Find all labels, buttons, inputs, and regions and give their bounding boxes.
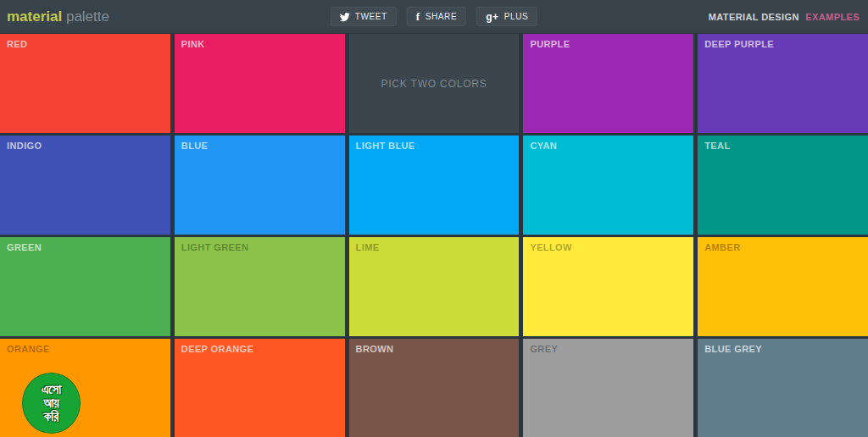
swatch-light-green[interactable]: LIGHT GREEN <box>175 237 345 336</box>
swatch-teal[interactable]: TEAL <box>698 136 868 235</box>
palette-grid: REDPINKPICK TWO COLORSPURPLEDEEP PURPLEI… <box>0 34 868 437</box>
twitter-icon <box>340 12 350 22</box>
plus-button[interactable]: g+ PLUS <box>476 7 537 26</box>
app-header: material palette TWEET f SHARE g+ PLUS M… <box>0 0 868 33</box>
swatch-label: LIME <box>356 242 380 252</box>
examples-link[interactable]: EXAMPLES <box>805 12 860 22</box>
swatch-label: PINK <box>181 39 205 49</box>
swatch-yellow[interactable]: YELLOW <box>523 237 693 336</box>
swatch-blue[interactable]: BLUE <box>175 136 345 235</box>
header-right: MATERIAL DESIGN EXAMPLES <box>709 12 860 22</box>
swatch-label: TEAL <box>704 141 730 151</box>
plus-button-label: PLUS <box>504 12 529 21</box>
swatch-amber[interactable]: AMBER <box>698 237 868 336</box>
swatch-label: BROWN <box>356 344 394 354</box>
logo-secondary: palette <box>62 8 109 25</box>
facebook-icon: f <box>416 10 420 24</box>
pick-two-colors-prompt: PICK TWO COLORS <box>381 78 487 90</box>
swatch-grey[interactable]: GREY <box>523 339 693 437</box>
swatch-pink[interactable]: PINK <box>175 34 345 133</box>
swatch-label: BLUE <box>181 141 209 151</box>
swatch-label: INDIGO <box>7 141 42 151</box>
swatch-blue-grey[interactable]: BLUE GREY <box>698 339 868 437</box>
swatch-label: LIGHT BLUE <box>356 141 415 151</box>
googleplus-icon: g+ <box>486 11 499 23</box>
swatch-label: RED <box>7 39 27 49</box>
material-design-text: MATERIAL DESIGN <box>709 12 799 22</box>
swatch-red[interactable]: RED <box>0 34 170 133</box>
swatch-label: PURPLE <box>530 39 570 49</box>
share-buttons: TWEET f SHARE g+ PLUS <box>331 0 537 33</box>
swatch-label: ORANGE <box>7 344 50 354</box>
share-button[interactable]: f SHARE <box>407 7 466 26</box>
tweet-button-label: TWEET <box>355 12 387 21</box>
swatch-brown[interactable]: BROWN <box>349 339 520 437</box>
swatch-light-blue[interactable]: LIGHT BLUE <box>349 136 520 235</box>
swatch-label: BLUE GREY <box>704 344 762 354</box>
site-logo[interactable]: material palette <box>7 8 109 25</box>
swatch-label: GREY <box>530 344 558 354</box>
badge-line: এসো <box>42 383 61 396</box>
swatch-purple[interactable]: PURPLE <box>523 34 693 133</box>
tweet-button[interactable]: TWEET <box>331 7 397 26</box>
badge-line: করি <box>44 410 58 423</box>
swatch-label: YELLOW <box>530 242 571 252</box>
swatch-label: GREEN <box>7 242 42 252</box>
pick-two-colors-panel: PICK TWO COLORS <box>349 34 520 133</box>
swatch-label: DEEP ORANGE <box>181 344 254 354</box>
swatch-label: AMBER <box>704 242 740 252</box>
swatch-cyan[interactable]: CYAN <box>523 136 693 235</box>
swatch-lime[interactable]: LIME <box>349 237 520 336</box>
swatch-indigo[interactable]: INDIGO <box>0 136 170 235</box>
logo-primary: material <box>7 8 62 25</box>
badge-line: আয় <box>43 396 59 410</box>
badge-logo: এসো আয় করি <box>22 373 81 434</box>
swatch-deep-purple[interactable]: DEEP PURPLE <box>698 34 868 133</box>
swatch-label: LIGHT GREEN <box>181 242 249 252</box>
swatch-green[interactable]: GREEN <box>0 237 170 336</box>
share-button-label: SHARE <box>426 12 457 21</box>
swatch-deep-orange[interactable]: DEEP ORANGE <box>175 339 345 437</box>
swatch-label: DEEP PURPLE <box>704 39 774 49</box>
swatch-label: CYAN <box>530 141 557 151</box>
